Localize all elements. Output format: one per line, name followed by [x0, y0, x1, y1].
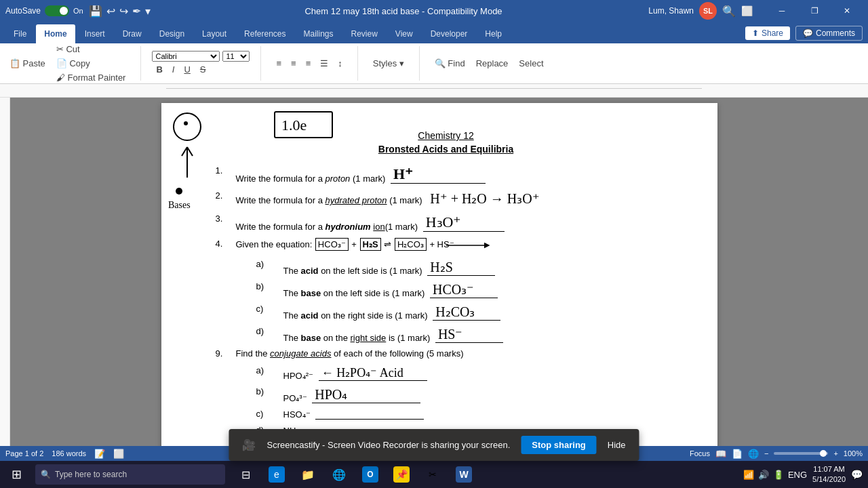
start-button[interactable]: ⊞: [0, 461, 33, 488]
align-right-button[interactable]: ≡: [302, 57, 315, 70]
print-layout-icon[interactable]: 📄: [732, 449, 743, 459]
find-button[interactable]: 🔍 Find: [431, 57, 469, 70]
maximize-button[interactable]: ❐: [799, 0, 830, 22]
format-painter-button[interactable]: 🖌 Format Painter: [52, 71, 130, 84]
hide-notification-button[interactable]: Hide: [608, 440, 626, 450]
tab-draw[interactable]: Draw: [115, 24, 150, 43]
input-icon[interactable]: ENG: [788, 470, 807, 480]
taskbar-search[interactable]: 🔍 Type here to search: [35, 464, 225, 485]
taskbar-app-word[interactable]: W: [449, 461, 479, 488]
notification-icon: 🎥: [242, 439, 256, 451]
q4-h2co3: H₂CO₃: [395, 238, 427, 251]
q4d: d) The base on the right side is (1 mark…: [256, 326, 677, 343]
taskbar-search-label: Type here to search: [55, 470, 127, 479]
q4a-letter: a): [256, 259, 283, 276]
font-group: Calibri 11 B I U S: [152, 46, 261, 81]
battery-icon[interactable]: 🔋: [773, 470, 784, 480]
styles-button[interactable]: Styles ▾: [369, 57, 408, 70]
paragraph-group: ≡ ≡ ≡ ☰ ↕: [272, 46, 357, 81]
taskbar-app-taskview[interactable]: ⊟: [231, 461, 260, 488]
undo-icon[interactable]: ↩: [106, 5, 115, 18]
taskbar-app-edge[interactable]: e: [262, 461, 292, 488]
taskbar-app-sticky[interactable]: 📌: [387, 461, 416, 488]
autosave-toggle[interactable]: [45, 5, 69, 16]
pen-icon[interactable]: ✒: [132, 5, 141, 18]
underline-button[interactable]: U: [180, 63, 194, 76]
dropdown-icon[interactable]: ▾: [145, 5, 151, 18]
copy-button[interactable]: 📄 Copy: [52, 57, 130, 70]
minimize-button[interactable]: ─: [766, 0, 797, 22]
title-right: Lum, Shawn SL 🔍 ⬜ ─ ❐ ✕: [648, 0, 863, 22]
cut-button[interactable]: ✂ Cut: [52, 43, 130, 56]
notifications-icon[interactable]: 💬: [851, 469, 863, 480]
bullets-button[interactable]: ☰: [316, 57, 332, 70]
q4c: c) The acid on the right side is (1 mark…: [256, 304, 677, 321]
redo-icon[interactable]: ↪: [119, 5, 128, 18]
tab-insert[interactable]: Insert: [77, 24, 113, 43]
tab-file[interactable]: File: [5, 24, 35, 43]
align-center-button[interactable]: ≡: [287, 57, 300, 70]
page-container: Bases 1.0e Chemistry 12 Bronsted Acids a…: [10, 98, 868, 446]
tab-help[interactable]: Help: [477, 24, 510, 43]
replace-button[interactable]: Replace: [472, 57, 513, 70]
taskbar-search-icon: 🔍: [41, 470, 51, 479]
line-spacing-button[interactable]: ↕: [334, 57, 347, 70]
tab-home[interactable]: Home: [36, 24, 75, 43]
tab-view[interactable]: View: [387, 24, 421, 43]
focus-button[interactable]: Focus: [690, 449, 710, 458]
ribbon-toggle-icon[interactable]: ⬜: [741, 5, 753, 16]
select-button[interactable]: Select: [515, 57, 547, 70]
autosave-area: AutoSave On: [5, 5, 83, 16]
page-indicator: Page 1 of 2: [5, 449, 43, 458]
network-icon[interactable]: 📶: [743, 470, 754, 480]
q9a-hw: ← H₂PO₄⁻ Acid: [321, 366, 403, 380]
volume-icon[interactable]: 🔊: [758, 470, 769, 480]
q9c-line: [315, 409, 424, 420]
q9c: c) HSO₄⁻: [256, 409, 677, 420]
save-icon[interactable]: 💾: [89, 5, 102, 18]
font-size-select[interactable]: 11: [222, 51, 250, 62]
q9b-hw: HPO₄: [315, 387, 347, 402]
q1-handwriting: H⁺: [393, 165, 413, 182]
stop-sharing-button[interactable]: Stop sharing: [521, 436, 596, 454]
taskbar-clock[interactable]: 11:07 AM 5/14/2020: [812, 464, 846, 485]
web-layout-icon[interactable]: 🌐: [748, 449, 759, 459]
taskbar-app-explorer[interactable]: 📁: [293, 461, 323, 488]
user-name: Lum, Shawn: [648, 6, 694, 16]
strikethrough-button[interactable]: S: [196, 63, 210, 76]
q4d-letter: d): [256, 326, 283, 343]
zoom-slider[interactable]: [774, 452, 828, 455]
q9b-text: PO₄³⁻ HPO₄: [283, 386, 677, 403]
read-mode-icon[interactable]: 📖: [715, 449, 726, 459]
title-bar: AutoSave On 💾 ↩ ↪ ✒ ▾ Chem 12 may 18th a…: [0, 0, 868, 22]
align-left-button[interactable]: ≡: [272, 57, 285, 70]
close-button[interactable]: ✕: [831, 0, 863, 22]
zoom-in-icon[interactable]: +: [833, 449, 837, 458]
taskbar-app-chrome[interactable]: 🌐: [324, 461, 354, 488]
tab-layout[interactable]: Layout: [194, 24, 235, 43]
tab-mailings[interactable]: Mailings: [295, 24, 341, 43]
paste-button[interactable]: 📋 Paste: [5, 57, 50, 70]
q4-num: 4.: [216, 239, 236, 249]
share-icon: ⬆: [752, 28, 759, 38]
editing-group: 🔍 Find Replace Select: [431, 46, 559, 81]
tab-review[interactable]: Review: [343, 24, 386, 43]
italic-button[interactable]: I: [168, 63, 179, 76]
tab-references[interactable]: References: [236, 24, 294, 43]
q4a-line: H₂S: [427, 259, 495, 276]
font-family-select[interactable]: Calibri: [152, 51, 220, 62]
styles-group: Styles ▾: [369, 46, 420, 81]
macro-icon[interactable]: ⬜: [113, 449, 124, 459]
share-button[interactable]: ⬆ Share: [745, 26, 790, 40]
search-icon[interactable]: 🔍: [722, 5, 736, 18]
taskbar-app-outlook[interactable]: O: [355, 461, 385, 488]
zoom-out-icon[interactable]: −: [764, 449, 768, 458]
q2-text: Write the formula for a hydrated proton …: [236, 190, 677, 207]
tab-developer[interactable]: Developer: [422, 24, 476, 43]
q9b-letter: b): [256, 386, 283, 403]
taskbar-app-snip[interactable]: ✂: [418, 461, 448, 488]
proofing-icon[interactable]: 📝: [94, 449, 105, 459]
comments-button[interactable]: 💬 Comments: [795, 26, 863, 41]
tab-design[interactable]: Design: [151, 24, 193, 43]
bold-button[interactable]: B: [152, 63, 166, 76]
